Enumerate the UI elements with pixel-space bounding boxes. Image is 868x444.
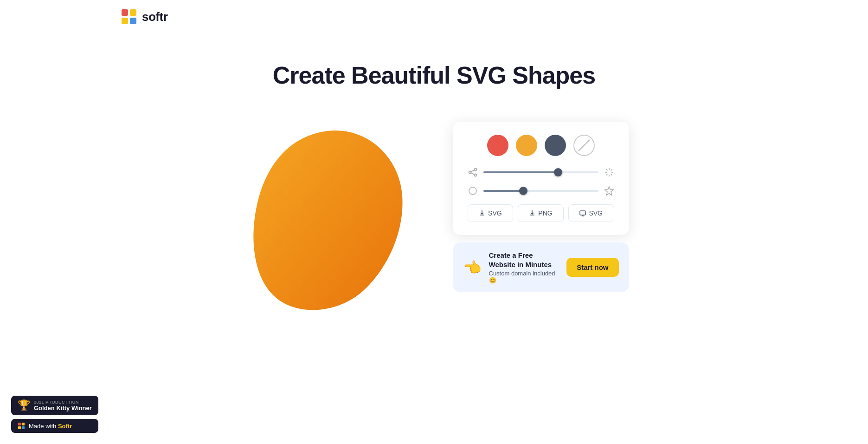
badge-top-text: 2021 PRODUCT HUNT bbox=[34, 400, 92, 405]
swatch-orange[interactable] bbox=[516, 135, 537, 156]
svg-line-14 bbox=[611, 174, 612, 176]
controls-card: SVG PNG SVG bbox=[453, 122, 629, 235]
download-png-label: PNG bbox=[538, 209, 552, 217]
blob-shape bbox=[244, 117, 411, 321]
slider-track-2[interactable] bbox=[483, 190, 598, 192]
svg-rect-2 bbox=[122, 18, 128, 24]
logo-text: softr bbox=[142, 10, 167, 24]
download-svg-label: SVG bbox=[488, 209, 502, 217]
cta-subtitle-text: Custom domain included 😊 bbox=[489, 270, 555, 284]
softr-mini-logo bbox=[18, 422, 25, 430]
badge-main-text: Golden Kitty Winner bbox=[34, 405, 92, 411]
slider-row-2 bbox=[468, 186, 614, 196]
copy-svg-button[interactable]: SVG bbox=[568, 204, 614, 222]
softr-logo-icon bbox=[121, 8, 137, 25]
download-icon-1 bbox=[479, 210, 485, 216]
badges-container: 🏆 2021 PRODUCT HUNT Golden Kitty Winner … bbox=[11, 396, 98, 433]
svg-point-4 bbox=[474, 169, 476, 171]
download-png-button[interactable]: PNG bbox=[518, 204, 564, 222]
content-area: SVG PNG SVG bbox=[0, 117, 868, 321]
svg-rect-24 bbox=[18, 426, 21, 429]
made-with-softr-badge[interactable]: Made with Softr bbox=[11, 419, 98, 433]
svg-marker-18 bbox=[605, 187, 613, 195]
right-panel: SVG PNG SVG bbox=[453, 117, 629, 292]
page-title: Create Beautiful SVG Shapes bbox=[273, 61, 595, 89]
download-svg-button[interactable]: SVG bbox=[468, 204, 514, 222]
softr-link: Softr bbox=[58, 423, 72, 430]
svg-line-8 bbox=[471, 173, 474, 175]
trophy-icon: 🏆 bbox=[18, 399, 30, 411]
cta-card: 👈 Create a Free Website in Minutes Custo… bbox=[453, 242, 629, 292]
cta-title: Create a Free Website in Minutes bbox=[489, 251, 559, 269]
svg-rect-0 bbox=[122, 9, 128, 16]
svg-line-15 bbox=[611, 170, 612, 171]
svg-rect-23 bbox=[22, 423, 25, 425]
blob-container bbox=[239, 117, 416, 321]
sparkle-icon bbox=[604, 167, 614, 177]
svg-line-13 bbox=[606, 170, 607, 171]
svg-point-5 bbox=[469, 171, 471, 174]
swatch-dark[interactable] bbox=[545, 135, 566, 156]
svg-rect-19 bbox=[580, 211, 585, 215]
download-icon-2 bbox=[529, 210, 535, 216]
start-now-button[interactable]: Start now bbox=[566, 258, 618, 277]
svg-rect-22 bbox=[18, 423, 21, 425]
slider-row-1 bbox=[468, 167, 614, 177]
slider-track-1[interactable] bbox=[483, 171, 598, 173]
swatch-red[interactable] bbox=[487, 135, 508, 156]
logo[interactable]: softr bbox=[121, 8, 167, 25]
circle-outline-icon bbox=[468, 186, 478, 196]
cta-subtitle: Custom domain included 😊 bbox=[489, 270, 559, 284]
main-content: Create Beautiful SVG Shapes bbox=[0, 33, 868, 321]
swatch-none[interactable] bbox=[573, 135, 595, 156]
copy-svg-label: SVG bbox=[589, 209, 603, 217]
share-icon bbox=[468, 167, 478, 177]
golden-kitty-badge[interactable]: 🏆 2021 PRODUCT HUNT Golden Kitty Winner bbox=[11, 396, 98, 415]
svg-point-6 bbox=[474, 174, 476, 176]
svg-rect-3 bbox=[130, 18, 136, 24]
made-with-text: Made with Softr bbox=[29, 423, 72, 430]
swatches-row bbox=[468, 135, 614, 156]
svg-line-16 bbox=[606, 174, 607, 176]
svg-point-17 bbox=[469, 187, 476, 195]
cta-text-block: Create a Free Website in Minutes Custom … bbox=[489, 251, 559, 284]
header: softr bbox=[0, 0, 868, 33]
svg-rect-1 bbox=[130, 9, 136, 16]
download-row: SVG PNG SVG bbox=[468, 204, 614, 222]
svg-rect-25 bbox=[22, 426, 25, 429]
svg-line-7 bbox=[471, 170, 474, 172]
badge-text-block: 2021 PRODUCT HUNT Golden Kitty Winner bbox=[34, 400, 92, 411]
cta-emoji: 👈 bbox=[463, 259, 482, 276]
monitor-icon bbox=[579, 210, 586, 216]
star-outline-icon bbox=[604, 186, 614, 196]
